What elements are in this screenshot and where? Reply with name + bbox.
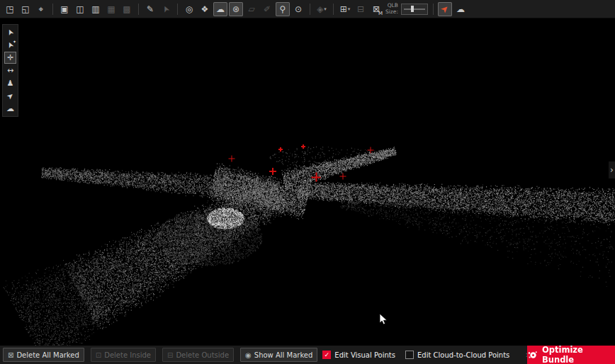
dual-view-icon[interactable]: ◫ (73, 2, 87, 16)
measure-icon[interactable]: ✎ (143, 2, 157, 16)
checkbox-label: Edit Visual Points (334, 351, 395, 359)
tag-points-icon[interactable]: ❖ (198, 2, 212, 16)
tie-point-marker[interactable] (312, 173, 321, 182)
qlb-size-label: QLB Size: (385, 3, 398, 15)
tie-point-marker[interactable] (278, 147, 283, 152)
duplicate-view-icon[interactable]: ◳ (3, 2, 17, 16)
edit-visual-points-checkbox[interactable]: ✓ Edit Visual Points (322, 351, 395, 359)
delete-inside-button: ⊡Delete Inside (91, 348, 156, 362)
qlb-box-m-icon[interactable]: ⊠M (369, 2, 383, 16)
window-layout-icon[interactable]: ◱ (18, 2, 33, 16)
toolbar-groups-right: ➤☁ (430, 2, 468, 16)
pan-move-icon[interactable]: ✛ (4, 52, 16, 64)
toolbar-separator (177, 4, 178, 15)
person-view-icon[interactable]: ♟ (4, 77, 16, 89)
mouse-cursor (379, 313, 388, 329)
tie-point-marker[interactable] (301, 144, 305, 149)
tie-point-marker[interactable] (340, 174, 346, 180)
viewport[interactable]: › (0, 18, 615, 346)
delete-all-marked-button[interactable]: ⊠Delete All Marked (3, 348, 84, 362)
location-pin-icon[interactable]: ⚲ (276, 2, 290, 16)
optimize-bundle-button[interactable]: Optimize Bundle (527, 346, 615, 364)
point-cloud-canvas[interactable] (0, 18, 615, 346)
select-circle-icon[interactable]: ◎ (182, 2, 196, 16)
show-all-marked-button[interactable]: ◉Show All Marked (240, 348, 317, 362)
mark-cloud-icon[interactable]: ☁ (213, 2, 227, 16)
toolbar-separator (138, 4, 139, 15)
checkbox-label: Edit Cloud-to-Cloud Points (417, 351, 509, 359)
toolbar-separator (310, 4, 310, 15)
cloud-tools-icon[interactable]: ☁ (453, 2, 468, 16)
draw-icon: ✐ (260, 2, 274, 16)
select-cursor-icon[interactable]: ➤ (4, 26, 16, 38)
tie-point-marker[interactable] (269, 168, 276, 175)
qlb-box-icon[interactable]: ⊞▾ (338, 2, 352, 16)
optimize-bundle-label: Optimize Bundle (542, 345, 615, 364)
toolbar-groups-left: ◳◱⌖▣◫▥▦▩✎➤◎❖☁⊛▱✐⚲⊙◈▾⊞▾⊟⊠M (3, 2, 383, 16)
cloud-sphere-icon[interactable]: ⊛ (229, 2, 243, 16)
left-toolbar: ➤➤✦✛↔♟➤☁ (2, 24, 18, 117)
checkbox-check-icon (405, 351, 414, 359)
camera-icon[interactable]: ▣ (57, 2, 72, 16)
toolbar-separator (333, 4, 334, 15)
panel-expand-handle[interactable]: › (609, 161, 615, 178)
delete-outside-button: ⊟Delete Outside (162, 348, 234, 362)
optimize-rocket-icon[interactable]: ➤ (438, 2, 452, 16)
toolbar-separator (52, 4, 53, 15)
qlb-slider-track (404, 8, 425, 10)
single-view-icon[interactable]: ▥ (89, 2, 103, 16)
select-points-icon[interactable]: ➤✦ (4, 39, 16, 51)
cube-menu-icon: ◈▾ (315, 2, 329, 16)
pick-point-icon: ➤ (159, 2, 173, 16)
qlb-size-slider[interactable] (401, 4, 428, 15)
toolbar-separator (433, 4, 434, 15)
bottom-bar: ⊠Delete All Marked⊡Delete Inside⊟Delete … (0, 346, 615, 364)
cloud-display-icon[interactable]: ☁ (4, 103, 16, 115)
edit-cloud-to-cloud-checkbox[interactable]: Edit Cloud-to-Cloud Points (405, 351, 509, 359)
measure-range-icon[interactable]: ↔ (4, 64, 16, 76)
grid-view-icon: ▦ (104, 2, 118, 16)
tie-point-marker[interactable] (229, 156, 235, 162)
checkbox-check-icon: ✓ (322, 351, 331, 359)
gps-target-icon[interactable]: ⊙ (291, 2, 305, 16)
qlb-slider-handle[interactable] (411, 6, 414, 12)
zoom-extents-icon[interactable]: ⌖ (34, 2, 48, 16)
tie-point-marker[interactable] (368, 147, 374, 154)
qlb-size-control: QLB Size: (385, 3, 428, 15)
film-strip-icon: ▩ (120, 2, 134, 16)
optimize-bundle-icon (527, 350, 538, 360)
application-window: ◳◱⌖▣◫▥▦▩✎➤◎❖☁⊛▱✐⚲⊙◈▾⊞▾⊟⊠M QLB Size: ➤☁ ›… (0, 0, 615, 364)
fly-navigation-icon[interactable]: ➤ (4, 90, 16, 102)
bottom-buttons: ⊠Delete All Marked⊡Delete Inside⊟Delete … (3, 348, 322, 362)
ruler-icon: ▱ (244, 2, 259, 16)
qlb-box-alt-icon: ⊟ (354, 2, 368, 16)
top-toolbar: ◳◱⌖▣◫▥▦▩✎➤◎❖☁⊛▱✐⚲⊙◈▾⊞▾⊟⊠M QLB Size: ➤☁ (0, 0, 615, 18)
